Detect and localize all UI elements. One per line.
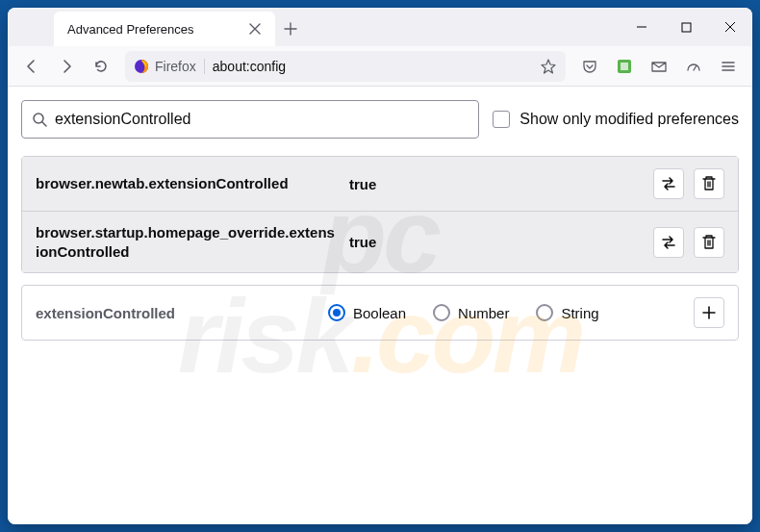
new-pref-name: extensionControlled xyxy=(36,305,315,321)
new-tab-button[interactable] xyxy=(275,12,306,46)
url-bar[interactable]: Firefox about:config xyxy=(125,51,566,82)
pref-value: true xyxy=(349,234,640,250)
search-icon xyxy=(32,112,47,127)
minimize-icon xyxy=(636,21,647,33)
trash-icon xyxy=(701,234,717,251)
trash-icon xyxy=(701,175,717,192)
toolbar: Firefox about:config xyxy=(8,46,752,87)
browser-window: Advanced Preferences Firefox about:confi… xyxy=(8,8,752,524)
mail-icon xyxy=(650,58,668,75)
plus-icon xyxy=(701,305,717,320)
minimize-button[interactable] xyxy=(620,8,664,46)
new-preference-box: extensionControlled Boolean Number Strin… xyxy=(21,285,739,341)
identity-label: Firefox xyxy=(155,59,196,74)
search-row: Show only modified preferences xyxy=(21,100,739,139)
toggle-button[interactable] xyxy=(653,227,684,258)
radio-icon xyxy=(536,304,553,321)
radio-label: Boolean xyxy=(353,305,406,321)
firefox-icon xyxy=(134,59,149,74)
reload-icon xyxy=(92,58,110,75)
url-identity[interactable]: Firefox xyxy=(134,59,205,74)
toggle-icon xyxy=(660,175,677,192)
star-icon xyxy=(540,58,557,75)
plus-icon xyxy=(284,22,297,36)
pref-actions xyxy=(653,227,724,258)
pref-row[interactable]: browser.newtab.extensionControlled true xyxy=(22,157,738,212)
gauge-icon xyxy=(685,58,702,75)
svg-rect-3 xyxy=(621,63,628,70)
maximize-icon xyxy=(681,22,692,33)
type-radio-group: Boolean Number String xyxy=(328,304,680,321)
window-controls xyxy=(620,8,752,46)
radio-icon xyxy=(433,304,450,321)
menu-button[interactable] xyxy=(712,51,745,82)
preferences-list: browser.newtab.extensionControlled true … xyxy=(21,156,739,273)
close-icon xyxy=(724,21,736,33)
show-modified-checkbox[interactable]: Show only modified preferences xyxy=(493,111,739,128)
toggle-button[interactable] xyxy=(653,168,684,199)
radio-icon xyxy=(328,304,345,321)
close-icon xyxy=(249,23,261,35)
hamburger-icon xyxy=(720,58,737,75)
pref-value: true xyxy=(349,176,640,192)
dashboard-button[interactable] xyxy=(677,51,710,82)
add-button[interactable] xyxy=(694,297,724,328)
close-window-button[interactable] xyxy=(708,8,752,46)
search-input[interactable] xyxy=(55,111,469,128)
reload-button[interactable] xyxy=(85,51,117,82)
toggle-icon xyxy=(660,234,677,251)
pref-name: browser.startup.homepage_override.extens… xyxy=(36,223,336,261)
radio-label: Number xyxy=(458,305,509,321)
radio-boolean[interactable]: Boolean xyxy=(328,304,406,321)
delete-button[interactable] xyxy=(694,168,724,199)
delete-button[interactable] xyxy=(694,227,724,258)
pocket-button[interactable] xyxy=(573,51,606,82)
titlebar: Advanced Preferences xyxy=(8,8,752,46)
tab-close-button[interactable] xyxy=(244,18,266,39)
content-area: Show only modified preferences browser.n… xyxy=(8,87,752,524)
tab-title: Advanced Preferences xyxy=(67,22,194,37)
radio-string[interactable]: String xyxy=(536,304,598,321)
pref-actions xyxy=(653,168,724,199)
bookmark-button[interactable] xyxy=(540,58,557,75)
extension-icon xyxy=(617,59,632,74)
forward-icon xyxy=(58,58,75,75)
pref-row[interactable]: browser.startup.homepage_override.extens… xyxy=(22,212,738,272)
search-box[interactable] xyxy=(21,100,479,139)
mail-button[interactable] xyxy=(643,51,675,82)
checkbox-label: Show only modified preferences xyxy=(519,111,739,128)
pocket-icon xyxy=(581,58,598,75)
back-button[interactable] xyxy=(15,51,48,82)
radio-label: String xyxy=(561,305,598,321)
new-preference-row: extensionControlled Boolean Number Strin… xyxy=(22,286,738,340)
svg-rect-0 xyxy=(682,23,691,32)
url-text: about:config xyxy=(213,59,286,74)
maximize-button[interactable] xyxy=(664,8,708,46)
radio-number[interactable]: Number xyxy=(433,304,509,321)
extension-button[interactable] xyxy=(608,51,641,82)
back-icon xyxy=(23,58,40,75)
checkbox-icon xyxy=(493,111,510,128)
tab-active[interactable]: Advanced Preferences xyxy=(54,12,275,46)
pref-name: browser.newtab.extensionControlled xyxy=(36,174,336,193)
forward-button[interactable] xyxy=(50,51,83,82)
